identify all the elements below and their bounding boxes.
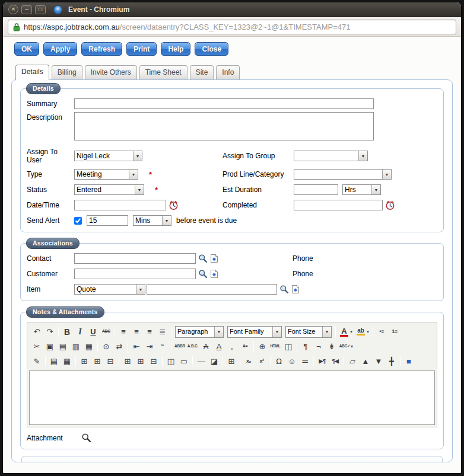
contact-input[interactable] — [74, 253, 196, 264]
tab-site[interactable]: Site — [190, 65, 214, 79]
tab-details[interactable]: Details — [15, 65, 49, 80]
blockquote-icon[interactable]: “ — [156, 340, 169, 353]
print-button[interactable]: Print — [126, 42, 157, 56]
fullpage-icon[interactable]: ■ — [402, 355, 415, 368]
close-button[interactable]: Close — [195, 42, 228, 56]
window-close-button[interactable]: × — [8, 5, 18, 14]
html-source-icon[interactable]: HTML — [269, 340, 282, 353]
item-type-select[interactable]: Quote ▼ — [74, 284, 145, 295]
subscript-icon[interactable]: x₂ — [242, 355, 255, 368]
tab-billing[interactable]: Billing — [52, 65, 82, 79]
align-left-icon[interactable]: ≡ — [117, 325, 130, 338]
ins-icon[interactable]: A — [212, 340, 225, 353]
text-color-menu-icon[interactable]: ▾ — [348, 325, 354, 338]
emotions-icon[interactable]: ☺ — [285, 355, 298, 368]
completed-input[interactable] — [294, 200, 383, 210]
customer-new-button[interactable] — [210, 269, 218, 279]
item-search-button[interactable] — [279, 285, 289, 294]
copy-icon[interactable]: ▣ — [43, 340, 56, 353]
citation-icon[interactable]: „ — [225, 340, 239, 353]
alert-minutes-input[interactable] — [87, 215, 128, 226]
find-replace-icon[interactable]: ⇄ — [113, 340, 126, 353]
bullet-list-icon[interactable]: •≡ — [375, 325, 388, 338]
page-break-icon[interactable]: ⇟ — [325, 340, 338, 353]
insert-column-before-icon[interactable]: ⊞ — [121, 355, 134, 368]
remove-formatting-icon[interactable]: ◪ — [208, 355, 221, 368]
refresh-button[interactable]: Refresh — [81, 42, 122, 56]
del-icon[interactable]: A — [199, 340, 212, 353]
window-titlebar[interactable]: × – □ Event - Chromium — [3, 2, 461, 17]
customer-input[interactable] — [74, 269, 196, 279]
help-button[interactable]: Help — [161, 42, 190, 56]
paragraph-format-select[interactable]: Paragraph ▼ — [175, 326, 224, 338]
spellcheck-menu-icon[interactable]: ▾ — [349, 340, 355, 353]
font-family-select[interactable]: Font Family ▼ — [227, 326, 282, 338]
summary-input[interactable] — [74, 98, 374, 109]
insert-row-after-icon[interactable]: ⊞ — [91, 355, 104, 368]
merge-cells-icon[interactable]: ▭ — [177, 355, 190, 368]
address-bar[interactable]: https://aspc.jobtrack.com.au/screen/data… — [8, 20, 456, 34]
outdent-icon[interactable]: ⇤ — [130, 340, 143, 353]
bold-icon[interactable]: B — [61, 325, 74, 338]
ok-button[interactable]: OK — [14, 42, 39, 56]
undo-icon[interactable]: ↶ — [30, 325, 43, 338]
abbreviation-icon[interactable]: ABBR — [173, 340, 186, 353]
editor-content-area[interactable] — [29, 370, 435, 425]
style-props-icon[interactable]: ✎ — [30, 355, 43, 368]
window-maximize-button[interactable]: □ — [35, 5, 46, 14]
acronym-icon[interactable]: A.B.C. — [186, 340, 199, 353]
type-select[interactable]: Meeting ▼ — [74, 169, 138, 180]
horizontal-rule-icon[interactable]: — — [195, 355, 208, 368]
visual-aid-icon[interactable]: ⊞ — [225, 355, 238, 368]
prod-line-category-select[interactable]: ▼ — [294, 169, 392, 180]
est-duration-input[interactable] — [294, 184, 338, 195]
customer-search-button[interactable] — [198, 269, 208, 279]
tab-time-sheet[interactable]: Time Sheet — [139, 65, 187, 79]
tab-info[interactable]: Info — [216, 65, 240, 79]
zoom-icon[interactable]: ⊕ — [256, 340, 269, 353]
absolute-position-icon[interactable]: ╋ — [385, 355, 398, 368]
insert-row-before-icon[interactable]: ⊞ — [78, 355, 91, 368]
preview-icon[interactable]: ◫ — [282, 340, 295, 353]
tab-invite-others[interactable]: Invite Others — [85, 65, 137, 79]
delete-row-icon[interactable]: ⊟ — [104, 355, 117, 368]
align-center-icon[interactable]: ≡ — [130, 325, 143, 338]
contact-new-button[interactable] — [210, 254, 218, 263]
paste-word-icon[interactable]: ▦ — [82, 340, 96, 353]
insert-layer-icon[interactable]: ▱ — [346, 355, 359, 368]
status-select[interactable]: Entered ▼ — [74, 184, 144, 195]
send-alert-checkbox[interactable] — [74, 217, 82, 225]
redo-icon[interactable]: ↷ — [43, 325, 56, 338]
item-input[interactable] — [147, 284, 277, 295]
rtl-icon[interactable]: ¶◀ — [329, 355, 342, 368]
move-forward-icon[interactable]: ▲ — [359, 355, 372, 368]
insert-column-after-icon[interactable]: ⊞ — [134, 355, 147, 368]
indent-icon[interactable]: ⇥ — [143, 340, 156, 353]
nonbreaking-space-icon[interactable]: ¬ — [312, 340, 325, 353]
paragraph-mark-icon[interactable]: ¶ — [299, 340, 312, 353]
attachment-search-button[interactable] — [81, 433, 91, 443]
ltr-icon[interactable]: ▶¶ — [316, 355, 329, 368]
window-minimize-button[interactable]: – — [21, 5, 32, 14]
underline-icon[interactable]: U — [87, 325, 100, 338]
advanced-hr-icon[interactable]: ═ — [298, 355, 312, 368]
table-row-props-icon[interactable]: ▤ — [47, 355, 61, 368]
contact-search-button[interactable] — [198, 254, 208, 263]
special-char-icon[interactable]: Ω — [272, 355, 285, 368]
find-icon[interactable]: ⊙ — [100, 340, 113, 353]
apply-button[interactable]: Apply — [43, 42, 77, 56]
paste-text-icon[interactable]: ▥ — [69, 340, 82, 353]
datetime-picker-button[interactable] — [169, 200, 179, 210]
italic-icon[interactable]: I — [74, 325, 87, 338]
assign-to-user-select[interactable]: Nigel Leck ▼ — [74, 151, 142, 161]
completed-picker-button[interactable] — [385, 200, 395, 210]
font-size-select[interactable]: Font Size ▼ — [285, 326, 332, 338]
align-justify-icon[interactable]: ≣ — [156, 325, 169, 338]
alert-unit-select[interactable]: Mins ▼ — [133, 215, 171, 226]
cut-icon[interactable]: ✂ — [30, 340, 43, 353]
attributes-icon[interactable]: A= — [239, 340, 252, 353]
strikethrough-icon[interactable]: ABC — [100, 325, 113, 338]
superscript-icon[interactable]: x² — [255, 355, 268, 368]
description-input[interactable] — [74, 112, 374, 140]
est-duration-unit-select[interactable]: Hrs ▼ — [342, 184, 381, 195]
